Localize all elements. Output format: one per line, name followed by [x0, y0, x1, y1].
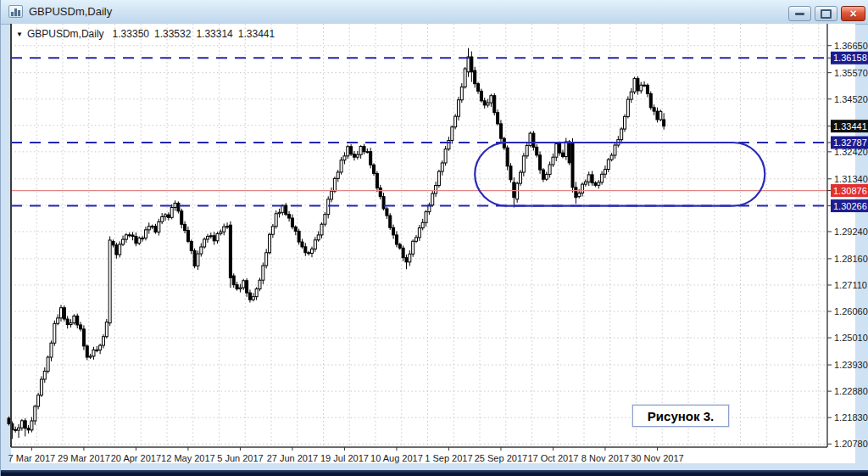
candle	[457, 100, 459, 116]
candle	[239, 288, 242, 288]
x-axis-label: 25 Sep 2017	[475, 453, 527, 463]
candle	[379, 188, 381, 196]
figure-caption-box: Рисунок 3.	[632, 405, 729, 427]
candle	[451, 127, 453, 141]
x-axis-label: 30 Nov 2017	[631, 453, 683, 463]
candle	[167, 215, 170, 217]
candle	[14, 429, 17, 430]
candle	[181, 211, 183, 225]
candle	[421, 222, 424, 227]
candle	[70, 323, 72, 325]
y-axis-label: 1.34520	[834, 94, 868, 104]
y-axis-label: 1.29240	[834, 227, 868, 237]
quote-high: 1.33532	[154, 28, 191, 40]
y-axis-label: 1.26060	[834, 306, 868, 316]
candle	[483, 101, 486, 105]
candle	[262, 266, 264, 280]
chart-window-icon	[8, 5, 23, 18]
candle	[50, 343, 53, 357]
candle	[131, 235, 134, 236]
candle	[444, 149, 447, 163]
candle	[571, 143, 574, 188]
figure-caption-text: Рисунок 3.	[648, 409, 714, 423]
candle	[138, 238, 141, 244]
candle	[353, 154, 355, 157]
candle	[520, 172, 522, 183]
candle	[271, 227, 274, 234]
candle	[288, 215, 291, 218]
candle	[96, 350, 98, 350]
candle	[559, 144, 561, 154]
candle	[197, 254, 199, 266]
candle	[594, 183, 597, 186]
chevron-down-icon: ▼	[16, 31, 23, 38]
candle	[467, 57, 470, 72]
candle	[102, 337, 104, 345]
candle	[60, 308, 63, 318]
candle	[640, 85, 643, 91]
candle	[122, 239, 125, 244]
chart-canvas[interactable]: 1.366501.355701.345201.324201.313401.292…	[1, 24, 868, 469]
candle	[542, 170, 544, 179]
candle	[203, 239, 206, 247]
x-axis-label: 12 May 2017	[161, 453, 215, 463]
candle	[308, 253, 310, 254]
candle	[186, 231, 189, 242]
quote-low: 1.33314	[196, 28, 232, 40]
candle	[320, 224, 323, 235]
candle	[392, 227, 395, 235]
candle	[474, 70, 476, 84]
candle	[425, 212, 427, 223]
candle	[275, 214, 277, 227]
candle	[164, 215, 167, 216]
candle	[40, 379, 42, 395]
y-axis-label: 1.28160	[834, 254, 868, 264]
candle	[190, 241, 192, 250]
candle	[63, 308, 65, 319]
candle	[200, 247, 203, 254]
candle	[532, 133, 535, 147]
maximize-button[interactable]	[815, 6, 837, 21]
candle	[285, 205, 287, 215]
candle	[490, 96, 492, 103]
candle	[477, 84, 480, 92]
candle	[402, 248, 404, 257]
candle	[223, 227, 225, 232]
y-axis-label: 1.21830	[834, 412, 868, 423]
candle	[529, 133, 531, 145]
candle	[460, 87, 463, 99]
y-axis-label: 1.36650	[834, 41, 868, 51]
candle	[607, 160, 609, 169]
candlestick-chart[interactable]: 1.366501.355701.345201.324201.313401.292…	[1, 24, 868, 469]
candle	[516, 183, 519, 199]
minimize-button[interactable]	[788, 6, 811, 21]
candle	[539, 155, 542, 170]
candle	[18, 428, 20, 430]
candle	[259, 280, 261, 288]
price-label-1.30876: 1.30876	[833, 186, 867, 196]
candle	[304, 247, 307, 253]
candle	[610, 155, 613, 160]
candle	[370, 152, 372, 165]
x-axis-label: 10 Aug 2017	[370, 453, 423, 463]
candle	[509, 166, 512, 180]
candle	[99, 345, 102, 350]
candle	[343, 156, 346, 160]
candle	[359, 146, 362, 154]
candle	[587, 175, 590, 182]
candle	[337, 172, 339, 178]
candle	[8, 418, 10, 424]
candle	[265, 253, 268, 266]
close-button[interactable]: ×	[841, 6, 865, 21]
candle	[552, 157, 554, 165]
ohlc-header[interactable]: ▼GBPUSDm,Daily1.333501.335321.333141.334…	[16, 28, 280, 40]
candle	[53, 323, 56, 343]
title-bar[interactable]: GBPUSDm,Daily ×	[1, 0, 868, 25]
candle	[310, 249, 313, 253]
candle	[147, 227, 150, 230]
candle	[57, 318, 59, 324]
candle	[598, 182, 600, 185]
candle	[568, 142, 570, 163]
candle	[604, 170, 606, 175]
candle	[506, 148, 509, 166]
